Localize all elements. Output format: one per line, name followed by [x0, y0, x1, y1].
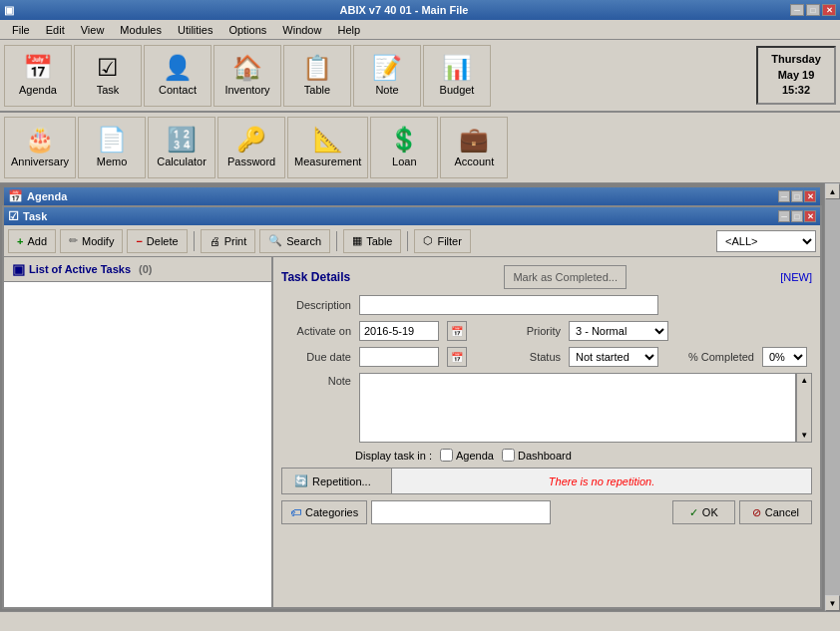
- categories-input[interactable]: [371, 500, 551, 524]
- due-date-picker[interactable]: 📅: [447, 347, 467, 367]
- inventory-button[interactable]: 🏠 Inventory: [213, 45, 281, 107]
- note-button[interactable]: 📝 Note: [353, 45, 421, 107]
- table-button[interactable]: 📋 Table: [283, 45, 351, 107]
- duedate-status-row: Due date 📅 Status Not started In progres…: [281, 347, 812, 367]
- activate-priority-row: Activate on 📅 Priority 3 - Normal 1 - Lo…: [281, 321, 812, 341]
- main-toolbar: 📅 Agenda ☑ Task 👤 Contact 🏠 Inventory 📋 …: [0, 40, 840, 112]
- contact-icon: 👤: [163, 56, 193, 80]
- inventory-icon: 🏠: [232, 56, 262, 80]
- note-textarea[interactable]: [359, 373, 796, 443]
- print-button[interactable]: 🖨 Print: [201, 229, 256, 253]
- password-icon: 🔑: [236, 128, 266, 152]
- note-scroll-up[interactable]: ▲: [800, 376, 808, 385]
- menu-file[interactable]: File: [4, 22, 38, 38]
- display-task-label: Display task in :: [355, 450, 432, 462]
- content-area: ▣ List of Active Tasks (0) Task Details …: [4, 257, 820, 607]
- maximize-button[interactable]: □: [806, 4, 820, 16]
- measurement-button[interactable]: 📐 Measurement: [287, 117, 368, 178]
- activate-date-picker[interactable]: 📅: [447, 321, 467, 341]
- priority-select[interactable]: 3 - Normal 1 - Low 2 - Below Normal 4 - …: [569, 321, 668, 341]
- add-button[interactable]: + Add: [8, 229, 56, 253]
- toolbar-row2: 🎂 Anniversary 📄 Memo 🔢 Calculator 🔑 Pass…: [0, 112, 840, 183]
- task-maximize[interactable]: □: [791, 210, 803, 222]
- memo-icon: 📄: [97, 128, 127, 152]
- activate-date-input[interactable]: [359, 321, 439, 341]
- scroll-down-button[interactable]: ▼: [825, 595, 840, 611]
- repetition-button[interactable]: 🔄 Repetition...: [282, 469, 392, 493]
- due-date-label: Due date: [281, 351, 351, 363]
- task-button[interactable]: ☑ Task: [74, 45, 142, 107]
- account-button[interactable]: 💼 Account: [440, 117, 508, 178]
- status-text: [4, 616, 7, 628]
- description-input[interactable]: [359, 295, 658, 315]
- password-button[interactable]: 🔑 Password: [217, 117, 285, 178]
- search-button[interactable]: 🔍 Search: [259, 229, 330, 253]
- note-icon: 📝: [372, 56, 402, 80]
- workspace-scrollbar[interactable]: ▲ ▼: [824, 183, 840, 611]
- task-close[interactable]: ✕: [804, 210, 816, 222]
- menu-window[interactable]: Window: [274, 22, 329, 38]
- toolbar-separator-1: [194, 231, 195, 251]
- calculator-button[interactable]: 🔢 Calculator: [148, 117, 215, 178]
- list-header: ▣ List of Active Tasks (0): [4, 257, 271, 282]
- app-icon: ▣: [4, 4, 14, 17]
- note-scrollbar[interactable]: ▲ ▼: [796, 373, 812, 443]
- app-title: ABIX v7 40 01 - Main File: [340, 4, 469, 16]
- agenda-minimize[interactable]: ─: [778, 190, 790, 202]
- budget-button[interactable]: 📊 Budget: [423, 45, 491, 107]
- task-window-controls: ─ □ ✕: [778, 210, 816, 222]
- task-list: [4, 282, 271, 607]
- details-title: Task Details: [281, 270, 350, 284]
- table-view-button[interactable]: ▦ Table: [343, 229, 401, 253]
- note-area: Note ▲ ▼: [281, 373, 812, 443]
- contact-button[interactable]: 👤 Contact: [144, 45, 211, 107]
- delete-button[interactable]: − Delete: [127, 229, 187, 253]
- status-select[interactable]: Not started In progress Completed Waitin…: [569, 347, 658, 367]
- cancel-button[interactable]: ⊘ Cancel: [739, 500, 812, 524]
- minimize-button[interactable]: ─: [790, 4, 804, 16]
- bottom-row: 🏷 Categories ✓ OK ⊘ Cancel: [281, 500, 812, 524]
- title-bar: ▣ ABIX v7 40 01 - Main File ─ □ ✕: [0, 0, 840, 20]
- agenda-maximize[interactable]: □: [791, 190, 803, 202]
- task-minimize[interactable]: ─: [778, 210, 790, 222]
- pct-label: % Completed: [674, 351, 754, 363]
- scroll-up-button[interactable]: ▲: [825, 183, 840, 199]
- note-scroll-down[interactable]: ▼: [800, 431, 808, 440]
- dashboard-checkbox-label[interactable]: Dashboard: [502, 449, 572, 462]
- task-window-title: Task: [23, 210, 47, 222]
- memo-button[interactable]: 📄 Memo: [78, 117, 146, 178]
- menu-modules[interactable]: Modules: [112, 22, 170, 38]
- dashboard-checkbox[interactable]: [502, 449, 515, 462]
- anniversary-icon: 🎂: [25, 128, 55, 152]
- menu-view[interactable]: View: [73, 22, 113, 38]
- task-icon: ☑: [97, 56, 119, 80]
- calculator-icon: 🔢: [167, 128, 197, 152]
- agenda-icon: 📅: [23, 56, 53, 80]
- filter-icon: ⬡: [423, 234, 433, 247]
- mark-completed-button[interactable]: Mark as Completed...: [504, 265, 627, 289]
- filter-select[interactable]: <ALL>: [716, 230, 816, 252]
- menu-help[interactable]: Help: [329, 22, 368, 38]
- due-date-input[interactable]: [359, 347, 439, 367]
- categories-button[interactable]: 🏷 Categories: [281, 500, 367, 524]
- scroll-track: [825, 199, 840, 595]
- ok-button[interactable]: ✓ OK: [672, 500, 735, 524]
- repetition-section: 🔄 Repetition... There is no repetition.: [281, 468, 812, 494]
- menu-options[interactable]: Options: [220, 22, 274, 38]
- menu-utilities[interactable]: Utilities: [170, 22, 220, 38]
- agenda-window-controls: ─ □ ✕: [778, 190, 816, 202]
- repetition-icon: 🔄: [294, 474, 308, 487]
- modify-button[interactable]: ✏ Modify: [60, 229, 123, 253]
- table-icon: 📋: [302, 56, 332, 80]
- agenda-button[interactable]: 📅 Agenda: [4, 45, 72, 107]
- agenda-checkbox[interactable]: [440, 449, 453, 462]
- close-button[interactable]: ✕: [822, 4, 836, 16]
- agenda-checkbox-label[interactable]: Agenda: [440, 449, 494, 462]
- pct-select[interactable]: 0% 25% 50% 75% 100%: [762, 347, 807, 367]
- search-icon: 🔍: [268, 234, 282, 247]
- loan-button[interactable]: 💲 Loan: [370, 117, 438, 178]
- filter-button[interactable]: ⬡ Filter: [414, 229, 470, 253]
- menu-edit[interactable]: Edit: [38, 22, 73, 38]
- anniversary-button[interactable]: 🎂 Anniversary: [4, 117, 76, 178]
- agenda-close[interactable]: ✕: [804, 190, 816, 202]
